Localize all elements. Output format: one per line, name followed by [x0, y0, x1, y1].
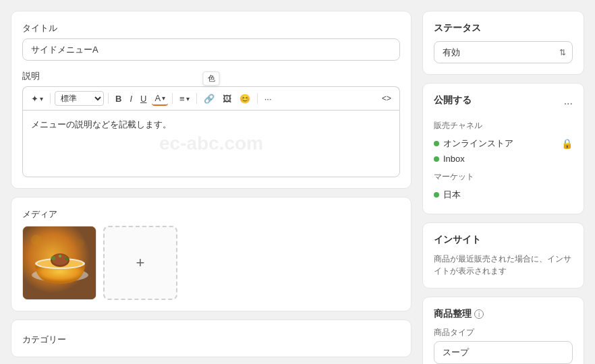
divider5: [257, 93, 258, 104]
publish-header: 公開する ···: [434, 94, 573, 113]
chevron-down-icon: ▾: [186, 95, 190, 102]
format-select[interactable]: 標準 見出し1 見出し2: [55, 91, 104, 106]
text-color-button[interactable]: A ▾: [152, 92, 168, 106]
align-icon: ≡: [179, 94, 185, 104]
media-grid: +: [22, 226, 400, 300]
chevron-down-icon: ▾: [162, 94, 165, 102]
toolbar-wrapper: 色 ✦ ▾ 標準 見出し1 見出し2 B: [22, 86, 400, 110]
publish-card: 公開する ··· 販売チャネル オンラインストア 🔒 Inbox: [422, 83, 584, 214]
media-thumbnail[interactable]: [22, 226, 96, 300]
link-icon: 🔗: [204, 94, 215, 104]
divider2: [108, 93, 109, 104]
status-select[interactable]: 有効 無効 下書き: [434, 41, 573, 63]
editor-content: メニューの説明などを記載します。: [31, 119, 171, 129]
emoji-button[interactable]: 😊: [237, 92, 253, 105]
image-icon: 🖼: [223, 94, 231, 104]
category-card: カテゴリー: [11, 320, 412, 357]
divider3: [172, 93, 173, 104]
status-title: ステータス: [434, 22, 573, 34]
color-tooltip: 色: [203, 71, 220, 86]
category-label: カテゴリー: [22, 334, 400, 346]
title-card: タイトル 説明 色 ✦ ▾ 標準 見出し1: [11, 11, 412, 189]
channel-name: Inbox: [443, 154, 465, 164]
channel-list: オンラインストア 🔒 Inbox: [434, 135, 573, 166]
product-type-label: 商品タイプ: [434, 327, 573, 338]
organize-card: 商品整理 i 商品タイプ スープ 販売元: [422, 297, 584, 364]
align-button[interactable]: ≡ ▾: [177, 92, 192, 105]
more-button[interactable]: ···: [262, 92, 275, 105]
svg-point-11: [76, 239, 84, 247]
soup-image: [23, 226, 96, 299]
svg-point-8: [65, 257, 69, 261]
ellipsis-icon: ···: [264, 94, 272, 104]
channel-name: オンラインストア: [443, 138, 513, 150]
link-button[interactable]: 🔗: [201, 92, 217, 105]
title-input[interactable]: [22, 38, 400, 61]
active-dot: [434, 192, 439, 198]
editor-area[interactable]: メニューの説明などを記載します。 ec-abc.com: [22, 110, 400, 177]
media-label: メディア: [22, 208, 400, 220]
code-icon: <>: [382, 94, 391, 103]
emoji-icon: 😊: [239, 94, 250, 104]
underline-button[interactable]: U: [138, 92, 149, 105]
publish-more-button[interactable]: ···: [564, 98, 573, 110]
chevron-down-icon: ▾: [40, 95, 43, 102]
active-dot: [434, 156, 439, 162]
publish-title: 公開する: [434, 94, 472, 107]
info-icon[interactable]: i: [474, 309, 484, 319]
sales-channel-label: 販売チャネル: [434, 120, 573, 131]
market-section: マーケット 日本: [434, 171, 573, 203]
watermark: ec-abc.com: [159, 133, 263, 154]
insights-card: インサイト 商品が最近販売された場合に、インサイトが表示されます: [422, 222, 584, 289]
divider4: [196, 93, 197, 104]
lock-icon: 🔒: [561, 138, 573, 149]
add-media-button[interactable]: +: [103, 226, 177, 300]
image-button[interactable]: 🖼: [220, 92, 234, 105]
market-label: マーケット: [434, 171, 573, 183]
product-type-value[interactable]: スープ: [434, 341, 573, 364]
editor-toolbar: ✦ ▾ 標準 見出し1 見出し2 B I U: [22, 86, 400, 110]
organize-header: 商品整理 i: [434, 308, 573, 320]
bold-button[interactable]: B: [113, 92, 124, 105]
active-dot: [434, 141, 439, 146]
svg-point-7: [51, 256, 55, 260]
sparkle-icon: ✦: [31, 94, 38, 104]
media-card: メディア: [11, 197, 412, 311]
list-item: オンラインストア 🔒: [434, 135, 573, 152]
code-button[interactable]: <>: [379, 92, 394, 104]
svg-point-9: [59, 255, 61, 257]
status-select-wrapper: 有効 無効 下書き ⇅: [434, 41, 573, 63]
format-btn[interactable]: ✦ ▾: [28, 92, 46, 105]
italic-button[interactable]: I: [127, 92, 135, 105]
list-item: Inbox: [434, 152, 573, 166]
organize-title: 商品整理: [434, 308, 472, 320]
insights-title: インサイト: [434, 234, 573, 246]
title-label: タイトル: [22, 22, 400, 34]
list-item: 日本: [434, 187, 573, 203]
divider1: [50, 93, 51, 104]
status-card: ステータス 有効 無効 下書き ⇅: [422, 11, 584, 75]
insights-description: 商品が最近販売された場合に、インサイトが表示されます: [434, 253, 573, 277]
svg-point-10: [31, 235, 42, 245]
market-name: 日本: [443, 189, 461, 201]
